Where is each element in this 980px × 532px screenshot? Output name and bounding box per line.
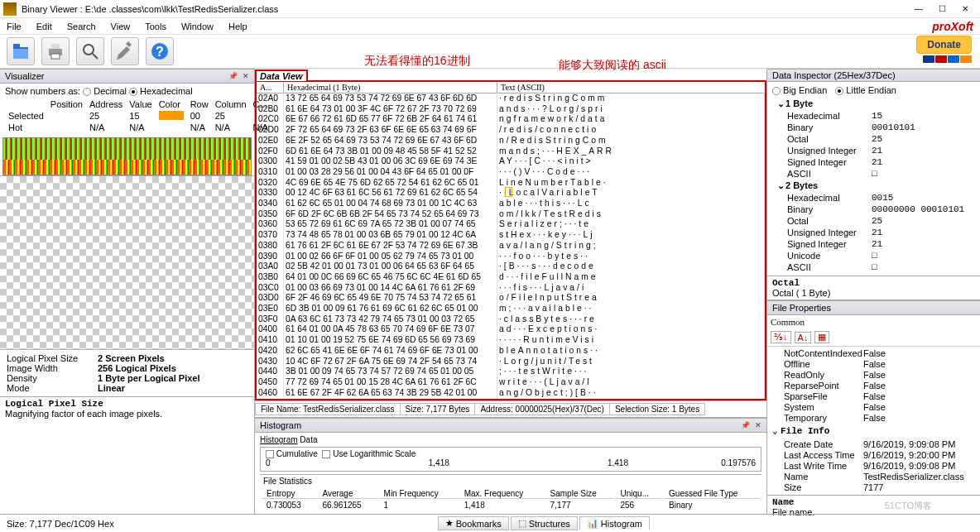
menu-view[interactable]: View [111, 22, 131, 31]
data-view-header: A... Hexadecimal (1 Byte) Text (ASCII) [255, 80, 766, 93]
inspector-help: Octal Octal ( 1 Byte) [767, 276, 980, 300]
sb-structures[interactable]: ⬚ Structures [511, 516, 578, 530]
decimal-radio[interactable] [83, 88, 91, 96]
annotation-ascii: 能够大致阅读的 ascii [559, 58, 666, 73]
pin-icon[interactable]: 📌 [228, 72, 238, 80]
print-button[interactable] [41, 37, 70, 65]
open-file-button[interactable] [7, 37, 35, 65]
histogram-data-tab[interactable]: Data [300, 435, 317, 444]
inspector-tree: 1 Byte Hexadecimal15Binary00010101Octal2… [772, 98, 975, 274]
number-base-radio: Show numbers as: Decimal Hexadecimal [5, 86, 249, 96]
svg-rect-2 [51, 54, 60, 59]
histogram-title: Histogram📌✕ [255, 418, 766, 433]
menu-tools[interactable]: Tools [145, 22, 166, 31]
close-button[interactable]: ✕ [954, 1, 977, 17]
toolbar: ? Donate [0, 35, 980, 69]
sb-histogram[interactable]: 📊 Histogram [579, 516, 650, 530]
watermark: 51CTO博客 [885, 500, 932, 512]
brand-label: proXoft [932, 20, 973, 33]
search-button[interactable] [76, 37, 104, 65]
maximize-button[interactable]: ☐ [930, 1, 954, 17]
fileprops-title: File Properties [767, 300, 980, 315]
property-help: Logical Pixel Size Magnifying factor of … [0, 396, 254, 420]
svg-rect-1 [51, 44, 60, 49]
big-endian-radio[interactable] [772, 87, 781, 95]
fileprops-grid: NotContentIndexedFalseOfflineFalseReadOn… [767, 347, 980, 425]
log-checkbox[interactable] [322, 450, 330, 458]
menu-edit[interactable]: Edit [36, 22, 52, 31]
svg-point-3 [84, 45, 94, 55]
little-endian-radio[interactable] [835, 87, 843, 95]
cumulative-checkbox[interactable] [266, 450, 274, 458]
donate-button[interactable]: Donate [916, 36, 972, 54]
menubar: File Edit Search View Tools Window Help [0, 18, 980, 35]
card-icons [916, 55, 972, 63]
visualizer-table: PositionAddressValueColorRowColumnC... S… [5, 98, 271, 133]
menu-help[interactable]: Help [228, 22, 247, 31]
histogram-chart: Cumulative Use Logarithmic Scale 01,4181… [260, 447, 761, 472]
endian-radio: Big Endian Little Endian [772, 84, 975, 98]
titlebar: Binary Viewer : E:\de .classes\com\lkk\T… [0, 0, 980, 18]
byte-visualization[interactable] [2, 137, 252, 175]
help-button[interactable]: ? [146, 37, 174, 65]
visualizer-properties: Logical Pixel Size2 Screen Pixels Image … [0, 350, 254, 396]
visualizer-title: Visualizer📌✕ [0, 69, 254, 84]
sb-bookmarks[interactable]: ★ Bookmarks [438, 516, 509, 530]
data-view-title: Data View [255, 69, 308, 81]
svg-line-4 [93, 54, 98, 59]
hex-radio[interactable] [129, 88, 137, 96]
inspector-title: Data Inspector (25Hex/37Dec) [767, 69, 980, 82]
menu-search[interactable]: Search [67, 22, 96, 31]
grid-icon[interactable]: ▦ [814, 331, 829, 343]
close-icon[interactable]: ✕ [755, 421, 761, 429]
menu-file[interactable]: File [7, 22, 22, 31]
fileprops-toolbar: ⅔↓ A↓ ▦ [767, 328, 980, 347]
window-title: Binary Viewer : E:\de .classes\com\lkk\T… [22, 4, 278, 14]
menu-window[interactable]: Window [181, 22, 214, 31]
hex-grid[interactable]: 02A0 02B0 02C0 02D0 02E0 02F0 0300 0310 … [255, 93, 766, 400]
histogram-tab[interactable]: Histogram [260, 435, 298, 444]
sort-icon[interactable]: ⅔↓ [771, 331, 791, 343]
categorize-icon[interactable]: A↓ [795, 332, 812, 343]
statusbar: Size: 7,177 Dec/1C09 Hex ★ Bookmarks ⬚ S… [0, 514, 980, 532]
cursor-box [505, 187, 512, 197]
app-icon [3, 2, 17, 16]
file-statistics-table: EntropyAverageMin FrequencyMax. Frequenc… [260, 487, 761, 511]
minimize-button[interactable]: — [907, 1, 930, 17]
annotation-hex: 无法看得懂的16进制 [364, 54, 470, 69]
data-view-status: File Name: TestRedisSerializer.class Siz… [255, 400, 766, 417]
visualizer-canvas [0, 175, 254, 349]
close-icon[interactable]: ✕ [243, 72, 249, 80]
settings-button[interactable] [111, 37, 139, 65]
svg-text:?: ? [156, 45, 164, 59]
pin-icon[interactable]: 📌 [741, 421, 750, 429]
file-statistics-title: File Statistics [260, 475, 761, 487]
